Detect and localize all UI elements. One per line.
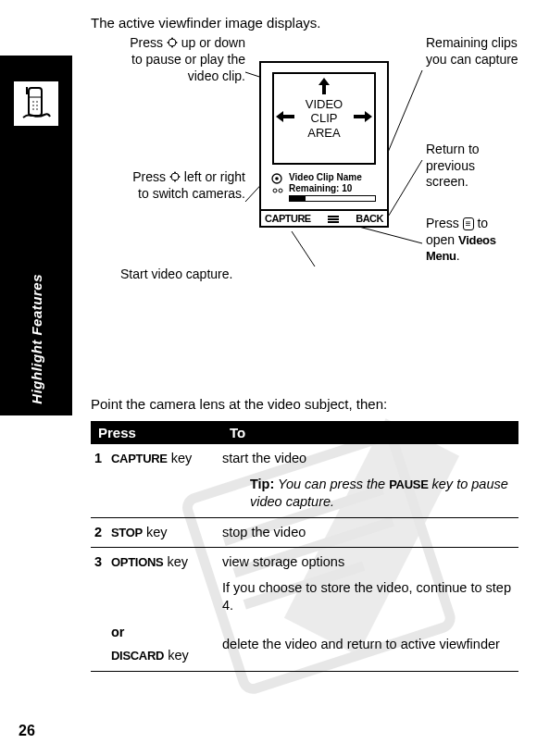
intro-top-line: The active viewfinder image displays. bbox=[91, 15, 320, 31]
svg-point-23 bbox=[174, 180, 176, 181]
svg-point-18 bbox=[171, 45, 173, 47]
side-tab: Highlight Features bbox=[0, 56, 72, 415]
dpad-icon bbox=[169, 170, 181, 187]
svg-point-9 bbox=[36, 108, 38, 110]
svg-point-24 bbox=[169, 176, 171, 178]
svg-point-22 bbox=[174, 171, 176, 173]
callout-remaining: Remaining clips you can capture bbox=[426, 35, 518, 68]
viewfinder-label-3: AREA bbox=[306, 126, 343, 141]
key-pause: PAUSE bbox=[389, 477, 428, 491]
svg-line-12 bbox=[292, 231, 315, 266]
softkey-left[interactable]: CAPTURE bbox=[265, 213, 311, 224]
key-stop: STOP bbox=[111, 526, 143, 539]
progress-bar bbox=[289, 195, 376, 202]
clip-name: Video Clip Name bbox=[289, 172, 376, 183]
lower-intro: Point the camera lens at the video subje… bbox=[91, 396, 518, 412]
svg-point-5 bbox=[36, 101, 38, 103]
svg-point-8 bbox=[32, 108, 34, 110]
th-press: Press bbox=[91, 421, 222, 444]
viewfinder-diagram: Press up or down to pause or play the vi… bbox=[120, 35, 518, 322]
key-discard: DISCARD bbox=[111, 649, 164, 663]
svg-point-27 bbox=[275, 177, 279, 180]
svg-point-17 bbox=[171, 37, 173, 39]
dpad-icon bbox=[167, 36, 178, 53]
callout-start-capture: Start video capture. bbox=[120, 266, 232, 283]
softkey-menu-icon[interactable] bbox=[327, 213, 340, 224]
svg-point-29 bbox=[279, 189, 282, 192]
svg-point-7 bbox=[36, 105, 38, 106]
phone-screen: VIDEO CLIP AREA Video Clip Name Remainin… bbox=[259, 61, 389, 228]
table-row: 3 OPTIONS key or DISCARD key view storag… bbox=[91, 548, 518, 671]
phone-icon bbox=[14, 81, 58, 126]
table-row: 2 STOP key stop the video bbox=[91, 517, 518, 548]
svg-rect-1 bbox=[29, 88, 42, 116]
callout-dpad-updown: Press up or down to pause or play the vi… bbox=[120, 35, 245, 84]
svg-point-28 bbox=[273, 189, 277, 192]
callout-return: Return to previous screen. bbox=[426, 142, 509, 191]
page-number: 26 bbox=[19, 723, 35, 739]
callout-menu-key: Press ≡ to open Videos Menu. bbox=[426, 216, 518, 265]
svg-point-21 bbox=[171, 173, 179, 180]
menu-key-icon: ≡ bbox=[463, 217, 474, 230]
table-row: 1 CAPTURE key start the video Tip: You c… bbox=[91, 444, 518, 517]
camera-status-icon bbox=[268, 172, 285, 196]
key-capture: CAPTURE bbox=[111, 452, 168, 465]
th-to: To bbox=[222, 421, 518, 444]
remaining-count: Remaining: 10 bbox=[289, 183, 376, 194]
callout-dpad-leftright: Press left or right to switch cameras. bbox=[120, 169, 245, 203]
svg-line-15 bbox=[352, 225, 422, 243]
viewfinder-label-2: CLIP bbox=[306, 111, 343, 126]
svg-point-4 bbox=[32, 101, 34, 103]
key-options: OPTIONS bbox=[111, 555, 163, 569]
svg-point-16 bbox=[169, 39, 176, 46]
viewfinder-area: VIDEO CLIP AREA bbox=[272, 72, 376, 165]
viewfinder-label-1: VIDEO bbox=[306, 97, 343, 112]
svg-line-14 bbox=[387, 160, 422, 218]
section-title: Highlight Features bbox=[29, 274, 44, 404]
svg-point-6 bbox=[32, 105, 34, 106]
svg-point-19 bbox=[167, 42, 169, 43]
softkey-right[interactable]: BACK bbox=[356, 213, 383, 224]
steps-table: Press To 1 CAPTURE key start the video T… bbox=[91, 421, 518, 672]
